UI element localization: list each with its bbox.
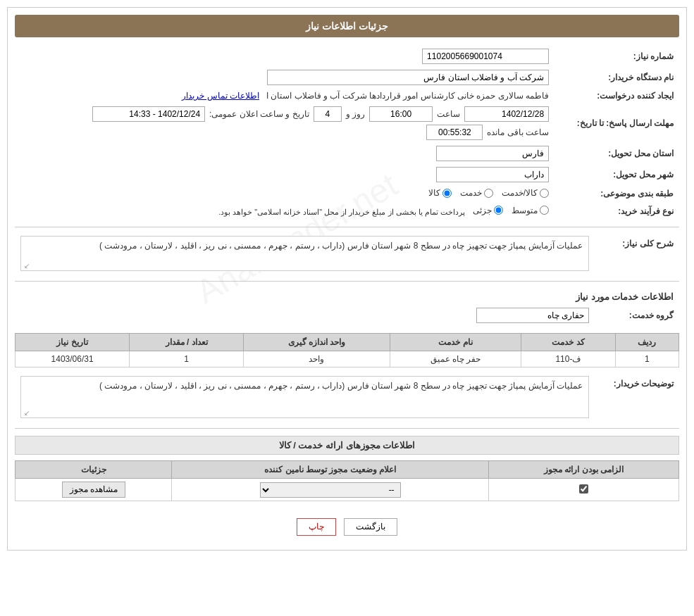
response-time-input[interactable]	[369, 106, 433, 122]
category-option-khedmat[interactable]: خدمت	[460, 188, 493, 198]
category-label-khedmat: خدمت	[460, 188, 482, 198]
buyer-desc-resize[interactable]: ↙	[23, 409, 30, 416]
buyer-desc-text: عملیات آزمایش پمپاژ جهت تجهیز چاه در سطح…	[99, 381, 583, 391]
buyer-desc-box: عملیات آزمایش پمپاژ جهت تجهیز چاه در سطح…	[20, 376, 589, 418]
service-cell-unit: واحد	[244, 351, 390, 367]
category-option-kala-khedmat[interactable]: کالا/خدمت	[502, 188, 549, 198]
remaining-time-input[interactable]	[426, 125, 483, 140]
perm-cell-details: مشاهده مجوز	[16, 479, 172, 501]
col-header-service-code: کد خدمت	[521, 334, 615, 351]
category-radio-kala[interactable]	[442, 189, 452, 198]
process-radio-joz[interactable]	[494, 206, 503, 215]
process-radio-mutavassit[interactable]	[540, 206, 549, 215]
perm-cell-required	[489, 479, 679, 501]
col-header-service-name: نام خدمت	[390, 334, 521, 351]
response-days-input[interactable]	[314, 106, 342, 122]
province-input[interactable]	[436, 146, 549, 161]
response-days-label: روز و	[346, 109, 365, 119]
response-deadline-label: مهلت ارسال پاسخ: تا تاریخ:	[554, 103, 679, 143]
buyer-desc-label: توضیحات خریدار:	[595, 373, 679, 421]
buyer-org-label: نام دستگاه خریدار:	[554, 67, 679, 88]
perm-col-details: جزئیات	[16, 461, 172, 479]
print-button[interactable]: چاپ	[297, 518, 336, 536]
city-label: شهر محل تحویل:	[554, 164, 679, 185]
main-info-table: شماره نیاز: نام دستگاه خریدار: ایجاد کنن…	[15, 46, 679, 220]
response-date-input[interactable]	[464, 106, 549, 122]
col-header-row-num: ردیف	[615, 334, 678, 351]
process-label: نوع فرآیند خرید:	[554, 203, 679, 220]
service-cell-date: 1403/06/31	[16, 351, 130, 367]
divider-2	[15, 281, 679, 282]
description-label: شرح کلی نیاز:	[595, 233, 679, 274]
created-by-value: فاطمه سالاری حمزه خانی کارشناس امور قرار…	[266, 91, 549, 101]
category-label: طبقه بندی موضوعی:	[554, 185, 679, 203]
process-label-mutavassit: متوسط	[512, 206, 538, 215]
permissions-section-title: اطلاعات مجوزهای ارائه خدمت / کالا	[15, 436, 679, 455]
service-group-table: گروه خدمت:	[15, 305, 679, 326]
perm-cell-status: --	[172, 479, 489, 501]
footer-buttons: بازگشت چاپ	[15, 507, 679, 543]
process-option-joz[interactable]: جزئی	[473, 206, 503, 215]
created-by-label: ایجاد کننده درخواست:	[554, 88, 679, 103]
contact-link[interactable]: اطلاعات تماس خریدار	[182, 91, 259, 101]
category-label-kala-khedmat: کالا/خدمت	[502, 188, 538, 198]
city-input[interactable]	[436, 167, 549, 182]
divider-1	[15, 227, 679, 227]
response-time-label: ساعت	[437, 109, 460, 119]
buyer-org-input[interactable]	[267, 70, 549, 85]
col-header-unit: واحد اندازه گیری	[244, 334, 390, 351]
service-cell-quantity: 1	[130, 351, 244, 367]
service-cell-code: ف-110	[521, 351, 615, 367]
need-number-label: شماره نیاز:	[554, 46, 679, 67]
back-button[interactable]: بازگشت	[344, 518, 397, 536]
category-radio-kala-khedmat[interactable]	[540, 189, 549, 198]
description-text: عملیات آزمایش پمپاژ جهت تجهیز چاه در سطح…	[99, 241, 583, 251]
service-row: 1 ف-110 حفر چاه عمیق واحد 1 1403/06/31	[16, 351, 679, 367]
process-note: پرداخت تمام یا بخشی از مبلغ خریدار از مح…	[218, 208, 465, 216]
process-option-mutavassit[interactable]: متوسط	[512, 206, 549, 215]
service-cell-name: حفر چاه عمیق	[390, 351, 521, 367]
category-label-kala: کالا	[428, 188, 440, 198]
remaining-time-label: ساعت باقی مانده	[487, 127, 549, 137]
category-option-kala[interactable]: کالا	[428, 188, 452, 198]
perm-col-status: اعلام وضعیت مجوز توسط نامین کننده	[172, 461, 489, 479]
view-permit-button[interactable]: مشاهده مجوز	[62, 482, 125, 498]
process-radio-group: متوسط جزئی	[473, 206, 549, 215]
need-number-input[interactable]	[422, 49, 549, 64]
divider-3	[15, 428, 679, 429]
status-select[interactable]: --	[260, 482, 401, 498]
resize-handle[interactable]: ↙	[23, 262, 30, 269]
col-header-quantity: تعداد / مقدار	[130, 334, 244, 351]
buyer-desc-table: توضیحات خریدار: عملیات آزمایش پمپاژ جهت …	[15, 373, 679, 421]
process-label-joz: جزئی	[473, 206, 492, 215]
service-cell-row-num: 1	[615, 351, 678, 367]
description-box: عملیات آزمایش پمپاژ جهت تجهیز چاه در سطح…	[20, 236, 589, 271]
permissions-table: الزامی بودن ارائه مجوز اعلام وضعیت مجوز …	[15, 460, 679, 501]
description-table: شرح کلی نیاز: عملیات آزمایش پمپاژ جهت تج…	[15, 233, 679, 274]
page-title: جزئیات اطلاعات نیاز	[15, 15, 679, 37]
service-group-label: گروه خدمت:	[595, 305, 679, 326]
announce-datetime-input[interactable]	[92, 106, 205, 122]
col-header-need-date: تاریخ نیاز	[16, 334, 130, 351]
announce-datetime-label: تاریخ و ساعت اعلان عمومی:	[209, 109, 309, 119]
permission-row: -- مشاهده مجوز	[16, 479, 679, 501]
services-data-table: ردیف کد خدمت نام خدمت واحد اندازه گیری ت…	[15, 333, 679, 367]
category-radio-group: کالا/خدمت خدمت کالا	[428, 188, 549, 198]
service-group-input[interactable]	[476, 308, 589, 323]
perm-col-required: الزامی بودن ارائه مجوز	[489, 461, 679, 479]
services-section-title: اطلاعات خدمات مورد نیاز	[15, 287, 679, 305]
province-label: استان محل تحویل:	[554, 143, 679, 164]
category-radio-khedmat[interactable]	[484, 189, 493, 198]
required-checkbox[interactable]	[579, 484, 588, 494]
